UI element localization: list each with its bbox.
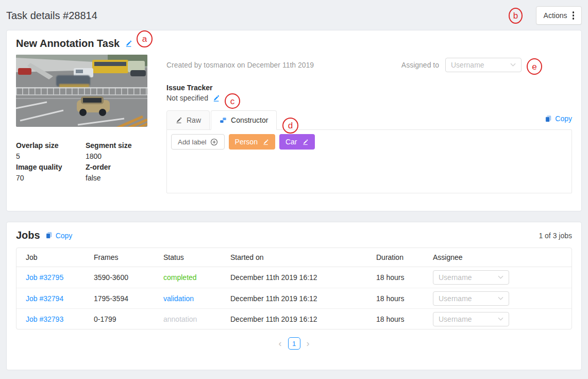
jobs-table-header: Job Frames Status Started on Duration As… xyxy=(16,248,572,267)
assigned-to-group: Assigned to Username xyxy=(401,58,522,72)
tab-raw-label: Raw xyxy=(187,116,201,124)
task-param: Z-order false xyxy=(86,162,147,184)
param-value: 70 xyxy=(16,173,86,184)
table-row: Job #32794 1795-3594 validation December… xyxy=(16,288,572,308)
copy-labels-label: Copy xyxy=(555,114,572,123)
jobs-column-header: Started on xyxy=(230,253,376,261)
assigned-to-label: Assigned to xyxy=(401,61,439,69)
issue-tracker-value: Not specified xyxy=(166,94,208,102)
job-frames: 0-1799 xyxy=(94,315,163,323)
edit-issue-tracker-icon[interactable] xyxy=(212,94,220,102)
task-preview-image xyxy=(16,55,147,127)
job-assignee-select[interactable]: Username xyxy=(433,312,509,326)
job-frames: 3590-3600 xyxy=(94,273,163,282)
job-status: validation xyxy=(163,294,230,303)
param-label: Segment size xyxy=(86,140,147,151)
label-chip-name: Person xyxy=(235,138,258,146)
page-title: Task details #28814 xyxy=(6,10,97,22)
task-right-column: Created by tosmanox on December 11th 201… xyxy=(166,55,572,193)
job-started: December 11th 2019 16:12 xyxy=(230,315,376,323)
jobs-column-header: Frames xyxy=(94,253,163,261)
jobs-table-body: Job #32795 3590-3600 completed December … xyxy=(16,267,572,329)
edit-label-icon[interactable] xyxy=(262,139,269,145)
copy-jobs-button[interactable]: Copy xyxy=(45,232,73,240)
job-status: completed xyxy=(163,273,230,282)
tab-raw[interactable]: Raw xyxy=(166,110,210,130)
label-constructor-panel: Add label Person Car xyxy=(166,129,572,193)
tab-constructor-label: Constructor xyxy=(231,116,268,124)
labels-tabs: Raw Constructor Copy xyxy=(166,110,572,130)
copy-icon xyxy=(45,232,53,239)
job-assignee-placeholder: Username xyxy=(439,294,472,303)
job-link[interactable]: Job #32795 xyxy=(26,273,94,282)
created-by-text: Created by tosmanox on December 11th 201… xyxy=(166,61,314,69)
pagination-page-1[interactable]: 1 xyxy=(288,337,300,350)
param-label: Image quality xyxy=(16,162,86,173)
actions-button-label: Actions xyxy=(544,11,567,20)
copy-icon xyxy=(545,115,552,123)
job-assignee-select[interactable]: Username xyxy=(433,291,509,306)
jobs-pagination: ‹ 1 › xyxy=(16,337,572,350)
job-assignee-select[interactable]: Username xyxy=(433,270,509,285)
task-param: Image quality 70 xyxy=(16,162,86,184)
chevron-down-icon xyxy=(498,296,503,301)
actions-button[interactable]: Actions xyxy=(536,6,582,25)
table-row: Job #32795 3590-3600 completed December … xyxy=(16,267,572,288)
task-param: Segment size 1800 xyxy=(86,140,147,162)
label-chip[interactable]: Person xyxy=(229,134,275,150)
jobs-table: Job Frames Status Started on Duration As… xyxy=(16,248,572,329)
pencil-icon xyxy=(175,117,182,124)
param-value: false xyxy=(86,173,147,184)
task-assignee-placeholder: Username xyxy=(451,61,484,69)
copy-labels-button[interactable]: Copy xyxy=(545,114,572,123)
label-chip[interactable]: Car xyxy=(279,134,315,150)
copy-jobs-label: Copy xyxy=(56,232,73,240)
job-duration: 18 hours xyxy=(376,294,433,303)
task-details-card: New Annotation Task xyxy=(6,30,582,211)
param-value: 1800 xyxy=(86,151,147,162)
chevron-down-icon xyxy=(510,63,516,67)
tab-constructor[interactable]: Constructor xyxy=(211,110,277,130)
pagination-prev-button[interactable]: ‹ xyxy=(278,339,283,348)
pagination-next-button[interactable]: › xyxy=(306,339,311,348)
table-row: Job #32793 0-1799 annotation December 11… xyxy=(16,308,572,329)
task-assignee-select[interactable]: Username xyxy=(445,58,522,72)
add-label-button-text: Add label xyxy=(178,138,207,146)
label-chips: Person Car xyxy=(229,134,315,150)
job-assignee-placeholder: Username xyxy=(439,315,472,323)
job-link[interactable]: Job #32794 xyxy=(26,294,94,303)
edit-task-name-icon[interactable] xyxy=(125,40,132,47)
jobs-card: Jobs Copy 1 of 3 jobs Job Frames Status … xyxy=(6,222,582,370)
task-name: New Annotation Task xyxy=(16,38,120,50)
jobs-title: Jobs xyxy=(16,229,40,241)
jobs-column-header: Duration xyxy=(376,253,433,261)
param-label: Overlap size xyxy=(16,140,86,151)
add-label-button[interactable]: Add label xyxy=(171,134,225,150)
chevron-down-icon xyxy=(498,317,503,321)
task-param: Overlap size 5 xyxy=(16,140,86,162)
plus-circle-icon xyxy=(210,138,218,146)
chevron-down-icon xyxy=(498,275,503,279)
job-frames: 1795-3594 xyxy=(94,294,163,303)
job-started: December 11th 2019 16:12 xyxy=(230,294,376,303)
jobs-column-header: Assignee xyxy=(433,253,562,261)
label-chip-name: Car xyxy=(285,138,297,146)
jobs-column-header: Job xyxy=(26,253,94,261)
job-started: December 11th 2019 16:12 xyxy=(230,273,376,282)
build-icon xyxy=(220,117,227,124)
top-bar: Task details #28814 Actions xyxy=(0,0,588,30)
job-link[interactable]: Job #32793 xyxy=(26,315,94,323)
job-duration: 18 hours xyxy=(376,273,433,282)
param-value: 5 xyxy=(16,151,86,162)
jobs-count: 1 of 3 jobs xyxy=(539,232,572,240)
job-status: annotation xyxy=(163,315,230,323)
jobs-column-header: Status xyxy=(163,253,230,261)
edit-label-icon[interactable] xyxy=(302,139,309,145)
job-assignee-placeholder: Username xyxy=(439,273,472,282)
task-params: Overlap size 5 Segment size 1800 Image q… xyxy=(16,140,147,184)
param-label: Z-order xyxy=(86,162,147,173)
task-left-column: Overlap size 5 Segment size 1800 Image q… xyxy=(16,55,147,193)
job-duration: 18 hours xyxy=(376,315,433,323)
issue-tracker-label: Issue Tracker xyxy=(166,84,572,92)
kebab-menu-icon xyxy=(573,11,575,20)
